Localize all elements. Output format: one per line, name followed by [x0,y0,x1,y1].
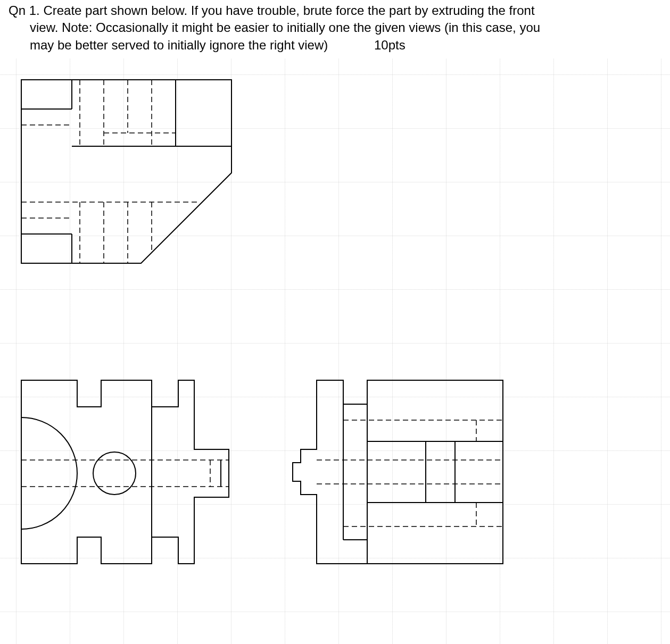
front-view-drawing [19,378,242,569]
right-view-drawing [290,378,514,569]
question-prompt: Qn 1. Create part shown below. If you ha… [9,2,659,54]
svg-point-18 [93,452,136,495]
question-points: 10pts [374,37,406,54]
question-line3: may be better served to initially ignore… [30,38,328,52]
question-line2: view. Note: Occasionally it might be eas… [30,20,540,35]
question-number: Qn 1. [9,3,40,18]
top-view-drawing [19,77,242,269]
drawing-grid [0,58,670,644]
question-line1: Create part shown below. If you have tro… [43,3,534,18]
